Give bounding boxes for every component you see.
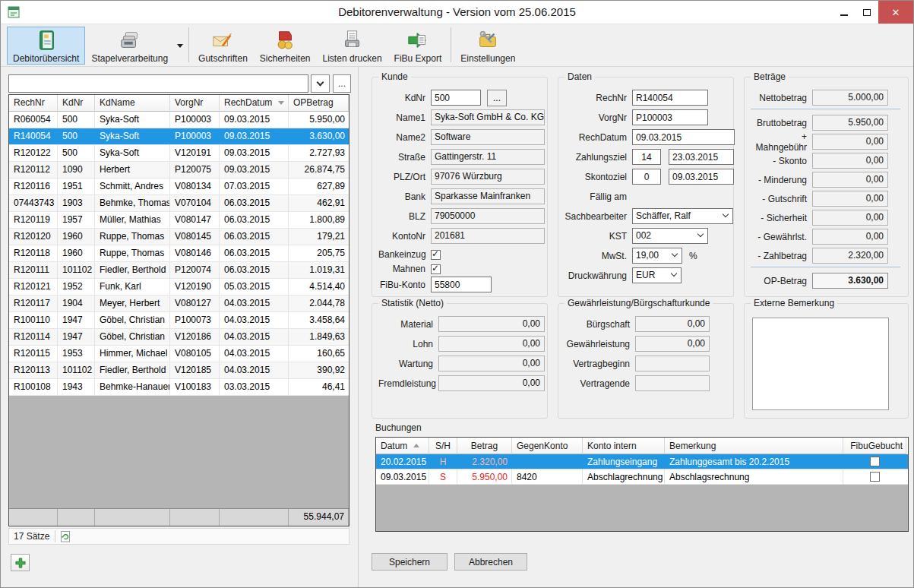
chevron-down-icon xyxy=(697,231,704,237)
kdnr-browse-button[interactable]: ... xyxy=(487,90,507,106)
mahnen-checkbox[interactable] xyxy=(431,264,441,274)
cell: P100003 xyxy=(170,112,220,128)
cell: Ruppe, Thomas xyxy=(95,245,170,261)
cell: R100110 xyxy=(9,312,58,328)
cell: 04.03.2015 xyxy=(220,362,289,378)
field-row: - Sicherheit0,00 xyxy=(751,210,908,226)
zahlungsziel-days-input[interactable] xyxy=(632,149,661,165)
sachbearbeiter-select[interactable]: Schäffer, Ralf xyxy=(632,208,733,224)
sum-cell xyxy=(170,509,220,526)
fibu-konto-input[interactable] xyxy=(431,277,492,292)
column-header[interactable]: KdName xyxy=(95,95,170,112)
group-title: Kunde xyxy=(378,71,411,82)
table-row[interactable]: R1001101947Göbel, ChristianP10007304.03.… xyxy=(9,312,349,329)
toolbar-button-fibu-export[interactable]: FiBu Export xyxy=(388,27,448,65)
cell: Göbel, Christian xyxy=(95,312,170,328)
cell: R100108 xyxy=(9,379,58,395)
externe-bemerkung-textarea[interactable] xyxy=(752,318,889,410)
cell: 09.03.2015 xyxy=(220,162,289,178)
close-button[interactable]: ✕ xyxy=(878,1,913,24)
table-row[interactable]: R120111101102Fiedler, BertholdP12007406.… xyxy=(9,262,349,279)
table-row[interactable]: R1201161951Schmitt, AndresV08013407.03.2… xyxy=(9,179,349,195)
rechdatum-input[interactable] xyxy=(632,129,735,145)
table-row[interactable]: R1201191957Müller, MathiasV08014706.03.2… xyxy=(9,212,349,229)
column-header[interactable]: Betrag xyxy=(457,438,512,454)
mwst-select[interactable]: 19,00 xyxy=(632,248,682,264)
column-header[interactable]: Konto intern xyxy=(583,438,665,454)
settings-icon xyxy=(476,29,499,52)
column-header[interactable]: VorgNr xyxy=(170,95,220,112)
cell: 3.458,64 xyxy=(289,312,349,328)
toolbar-button-einstellungen[interactable]: Einstellungen xyxy=(454,27,521,65)
table-row[interactable]: R1201141947Göbel, ChristianV12018604.03.… xyxy=(9,329,349,346)
table-row[interactable]: R1201201960Ruppe, ThomasV08014506.03.201… xyxy=(9,229,349,245)
search-input[interactable] xyxy=(8,74,308,93)
cell: 20.02.2015 xyxy=(376,454,429,469)
column-header[interactable]: RechDatum xyxy=(220,95,289,112)
kst-select[interactable]: 002 xyxy=(632,228,708,244)
cell: 03.03.2015 xyxy=(220,379,289,395)
bank-field: Sparkasse Mainfranken xyxy=(431,188,545,204)
column-header[interactable]: FibuGebucht xyxy=(843,438,906,454)
cell: 06.03.2015 xyxy=(220,212,289,228)
field-label: Wartung xyxy=(378,359,433,369)
field-label: - Minderung xyxy=(751,175,807,185)
column-header[interactable]: RechNr xyxy=(9,95,58,112)
fibu-gebucht-checkbox[interactable] xyxy=(870,472,880,482)
field-row: Wartung0,00 xyxy=(378,356,547,371)
stapelverarbeitung-dropdown-button[interactable] xyxy=(174,27,185,65)
toolbar-button-debitoruebersicht[interactable]: Debitorübersicht xyxy=(7,27,85,65)
booking-row[interactable]: 09.03.2015S5.950,008420AbschlagrechnungA… xyxy=(376,469,908,485)
toolbar-button-stapelverarbeitung[interactable]: Stapelverarbeitung xyxy=(85,27,174,65)
save-button[interactable]: Speichern xyxy=(372,553,448,571)
cell: 06.03.2015 xyxy=(220,229,289,245)
cell: 1943 xyxy=(58,379,95,395)
table-row[interactable]: R1201171904Meyer, HerbertV08012704.03.20… xyxy=(9,296,349,312)
cell: Behmke-Hanauer... xyxy=(95,379,170,395)
field-readonly: 0,00 xyxy=(812,153,888,169)
column-label: Bemerkung xyxy=(669,438,716,454)
refresh-icon[interactable] xyxy=(61,531,71,542)
search-dropdown-button[interactable] xyxy=(311,74,330,93)
search-more-button[interactable]: ... xyxy=(333,74,351,93)
fibu-gebucht-checkbox[interactable] xyxy=(870,457,880,466)
buchungen-table: DatumS/HBetragGegenKontoKonto internBeme… xyxy=(375,437,909,532)
minimize-button[interactable] xyxy=(833,1,855,24)
table-row[interactable]: 074437431903Behmke, ThomasV07010406.03.2… xyxy=(9,195,349,212)
toolbar-button-listen-drucken[interactable]: Listen drucken xyxy=(317,27,388,65)
table-row[interactable]: R120113101102Fiedler, BertholdV12018504.… xyxy=(9,362,349,379)
add-record-button[interactable] xyxy=(11,554,30,571)
table-row[interactable]: R120122500Syka-SoftV12019109.03.20152.72… xyxy=(9,145,349,162)
maximize-button[interactable] xyxy=(855,1,878,24)
table-row[interactable]: R1201121090HerbertP12007509.03.201526.87… xyxy=(9,162,349,179)
cell xyxy=(512,454,583,469)
field-label: PLZ/Ort xyxy=(378,172,425,182)
column-header[interactable]: OPBetrag xyxy=(289,95,349,112)
table-row[interactable]: R060054500Syka-SoftP10000309.03.20155.95… xyxy=(9,112,349,128)
rechnr-input[interactable] xyxy=(632,90,708,106)
toolbar-button-sicherheiten[interactable]: Sicherheiten xyxy=(254,27,317,65)
toolbar-button-gutschriften[interactable]: Gutschriften xyxy=(192,27,254,65)
druckwaehrung-select[interactable]: EUR xyxy=(632,267,682,283)
column-header[interactable]: S/H xyxy=(429,438,457,454)
column-header[interactable]: Bemerkung xyxy=(665,438,843,454)
cell xyxy=(843,469,906,484)
kdnr-input[interactable] xyxy=(431,90,481,106)
table-row[interactable]: R1201181960Ruppe, ThomasV08014606.03.201… xyxy=(9,245,349,262)
zahlungsziel-date-input[interactable] xyxy=(669,149,734,165)
column-header[interactable]: KdNr xyxy=(58,95,95,112)
table-row[interactable]: R1201211952Funk, KarlV12019005.03.20154.… xyxy=(9,279,349,296)
booking-row[interactable]: 20.02.2015H2.320,00ZahlungseingangZahlun… xyxy=(376,454,908,469)
maximize-icon xyxy=(863,9,871,16)
column-header[interactable]: Datum xyxy=(376,438,429,454)
table-row[interactable]: R1201151953Himmer, MichaelV08010504.03.2… xyxy=(9,346,349,362)
table-row[interactable]: R140054500Syka-SoftP10000309.03.20153.63… xyxy=(9,128,349,145)
cancel-button[interactable]: Abbrechen xyxy=(454,553,527,571)
cell: Fiedler, Berthold xyxy=(95,362,170,378)
skontoziel-date-input[interactable] xyxy=(669,169,734,185)
skontoziel-days-input[interactable] xyxy=(632,169,661,185)
column-header[interactable]: GegenKonto xyxy=(512,438,583,454)
bankeinzug-checkbox[interactable] xyxy=(431,250,441,260)
table-row[interactable]: R1001081943Behmke-Hanauer...V10018303.03… xyxy=(9,379,349,396)
vorgnr-input[interactable] xyxy=(632,109,708,125)
